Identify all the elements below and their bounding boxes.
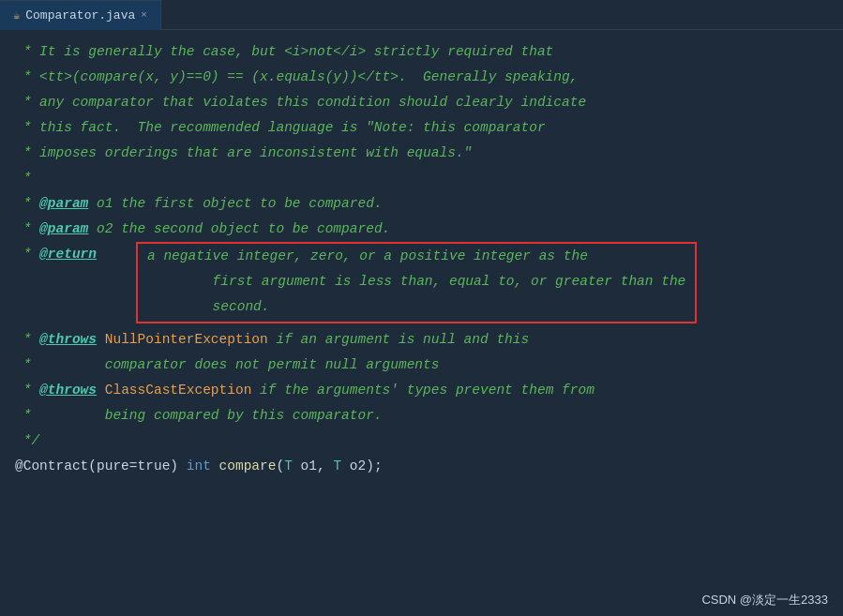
code-line-11: * comparator does not permit null argume… (0, 353, 843, 378)
space (97, 242, 105, 267)
code-line-12: * @throws ClassCastException if the argu… (0, 378, 843, 403)
line-text: * comparator does not permit null argume… (15, 353, 439, 378)
throws-keyword-2: @throws (39, 378, 97, 403)
line-text: * any comparator that violates this cond… (15, 90, 586, 115)
tab-java-icon: ☕ (13, 8, 20, 23)
param-keyword-1: @param (39, 191, 88, 217)
code-line-2: * <tt>(compare(x, y)==0) == (x.equals(y)… (0, 65, 843, 90)
tab-comparator[interactable]: ☕ Comparator.java × (0, 0, 161, 30)
code-line-contract: @Contract(pure=true) int compare(T o1, T… (0, 454, 843, 479)
line-text: * imposes orderings that are inconsisten… (15, 141, 472, 166)
tab-bar: ☕ Comparator.java × (0, 0, 843, 30)
exception-1: NullPointerException (105, 327, 268, 353)
line-text: */ (15, 428, 39, 454)
line-text2: if an argument is null and this (268, 327, 529, 353)
code-line-1: * It is generally the case, but <i>not</… (0, 39, 843, 65)
line-text (97, 378, 105, 403)
params-open: ( (276, 454, 284, 479)
return-line-1: a negative integer, zero, or a positive … (143, 244, 689, 269)
param-T1: T (284, 454, 293, 479)
contract-annotation: @Contract(pure=true) (15, 454, 187, 479)
tab-close-icon[interactable]: × (141, 9, 147, 21)
throws-keyword-1: @throws (39, 327, 97, 353)
param-o2: o2); (341, 454, 383, 479)
code-line-6: * (0, 166, 843, 191)
code-container: * It is generally the case, but <i>not</… (0, 30, 843, 616)
line-text: * <tt>(compare(x, y)==0) == (x.equals(y)… (15, 65, 578, 90)
code-line-8: * @param o2 the second object to be comp… (0, 217, 843, 242)
footer-label: CSDN @淡定一生2333 (701, 593, 828, 607)
line-star: * (15, 327, 39, 353)
return-line-3: second. (143, 294, 689, 320)
code-line-14: */ (0, 428, 843, 454)
code-line-10: * @throws NullPointerException if an arg… (0, 327, 843, 353)
code-line-13: * being compared by this comparator. (0, 403, 843, 428)
line-text: o1 the first object to be compared. (88, 191, 382, 217)
param-o1: o1, (293, 454, 334, 479)
line-text (97, 327, 105, 353)
code-line-7: * @param o1 the first object to be compa… (0, 191, 843, 217)
line-star: * (15, 378, 39, 403)
line-text: * (15, 166, 31, 191)
param-T2: T (333, 454, 341, 479)
line-star: * (15, 242, 39, 267)
compare-method: compare (219, 454, 277, 479)
line-text: * this fact. The recommended language is… (15, 115, 546, 141)
code-line-4: * this fact. The recommended language is… (0, 115, 843, 141)
line-star: * (15, 217, 39, 242)
return-highlighted-block: a negative integer, zero, or a positive … (136, 242, 697, 323)
int-keyword: int (187, 454, 211, 479)
space (211, 454, 219, 479)
line-text: o2 the second object to be compared. (88, 217, 390, 242)
return-line-2: first argument is less than, equal to, o… (143, 269, 689, 294)
code-line-5: * imposes orderings that are inconsisten… (0, 141, 843, 166)
exception-2: ClassCastException (105, 378, 252, 403)
code-line-3: * any comparator that violates this cond… (0, 90, 843, 115)
footer-bar: CSDN @淡定一生2333 (701, 592, 828, 608)
line-text: * It is generally the case, but <i>not</… (15, 39, 553, 65)
line-text: * being compared by this comparator. (15, 403, 383, 428)
return-keyword: @return (39, 242, 97, 267)
line-star: * (15, 191, 39, 217)
tab-label: Comparator.java (25, 8, 135, 23)
line-text2: if the arguments' types prevent them fro… (251, 378, 594, 403)
param-keyword-2: @param (39, 217, 88, 242)
